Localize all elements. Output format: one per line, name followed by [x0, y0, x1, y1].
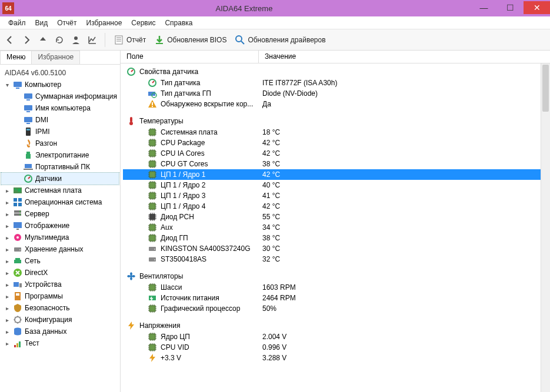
column-field[interactable]: Поле [121, 51, 259, 63]
row-value: 41 °C [259, 192, 550, 200]
data-row[interactable]: +3.3 V3.288 V [123, 353, 550, 363]
refresh-button[interactable] [52, 32, 67, 48]
display-icon [13, 221, 22, 230]
data-row[interactable]: CPU IA Cores42 °C [123, 148, 550, 159]
expander-icon[interactable]: ▸ [4, 222, 11, 229]
titlebar[interactable]: 64 AIDA64 Extreme — ☐ ✕ [0, 0, 550, 16]
tree-node[interactable]: ▸Отображение [1, 220, 119, 232]
tree-node[interactable]: Разгон [1, 138, 119, 149]
tree-node[interactable]: Портативный ПК [1, 161, 119, 173]
expander-icon[interactable]: ▸ [4, 199, 11, 206]
data-row[interactable]: ST3500418AS32 °C [123, 254, 550, 264]
tree-node[interactable]: ▸Сервер [1, 208, 119, 220]
data-row[interactable]: Источник питания2464 RPM [123, 293, 550, 303]
toolbar: Отчёт Обновления BIOS Обновления драйвер… [0, 29, 550, 51]
tree-node[interactable]: Датчики [1, 173, 119, 185]
tree-node[interactable]: Суммарная информация [1, 91, 119, 102]
tree-node[interactable]: ▸Операционная система [1, 196, 119, 208]
expander-icon[interactable]: ▸ [4, 246, 11, 253]
tree-node[interactable]: ▸Безопасность [1, 302, 119, 314]
section-header[interactable]: Вентиляторы [123, 270, 550, 282]
tab-favorites[interactable]: Избранное [31, 51, 80, 64]
data-row[interactable]: CPU Package42 °C [123, 138, 550, 148]
svg-rect-60 [149, 129, 155, 135]
tree-node[interactable]: IPMI [1, 126, 119, 138]
tree-node[interactable]: DMI [1, 114, 119, 126]
report-button[interactable]: Отчёт [110, 35, 149, 45]
tree[interactable]: AIDA64 v6.00.5100 ▾КомпьютерСуммарная ин… [0, 65, 120, 392]
tree-node[interactable]: ▸База данных [1, 326, 119, 337]
section-header[interactable]: Свойства датчика [123, 66, 550, 78]
data-row[interactable]: ЦП 1 / Ядро 341 °C [123, 190, 550, 201]
data-row[interactable]: Тип датчика ГПDiode (NV-Diode) [123, 88, 550, 99]
data-row[interactable]: Обнаружено вскрытие кор...Да [123, 99, 550, 109]
scrollbar-thumb[interactable] [542, 65, 549, 112]
tree-node[interactable]: ▸Мультимедиа [1, 232, 119, 243]
tree-node[interactable]: ▸Конфигурация [1, 314, 119, 326]
data-row[interactable]: CPU VID0.996 V [123, 342, 550, 353]
data-row[interactable]: Тип датчикаITE IT8772F (ISA A30h) [123, 78, 550, 88]
expander-icon[interactable]: ▸ [4, 328, 11, 335]
maximize-button[interactable]: ☐ [497, 1, 524, 14]
minimize-button[interactable]: — [471, 1, 497, 14]
section-header[interactable]: Температуры [123, 115, 550, 127]
tree-node[interactable]: ▸Устройства [1, 279, 119, 290]
back-button[interactable] [2, 32, 18, 48]
scrollbar[interactable] [541, 63, 550, 392]
tree-node[interactable]: ▸Системная плата [1, 185, 119, 196]
expander-icon[interactable]: ▸ [4, 281, 11, 288]
expander-icon[interactable]: ▸ [4, 304, 11, 311]
content[interactable]: Свойства датчикаТип датчикаITE IT8772F (… [121, 63, 550, 392]
bios-update-button[interactable]: Обновления BIOS [151, 35, 230, 45]
spacer [14, 93, 21, 100]
menu-item[interactable]: Файл [4, 18, 31, 28]
forward-button[interactable] [19, 32, 34, 48]
tree-node[interactable]: ▸Программы [1, 290, 119, 302]
tree-node[interactable]: Электропитание [1, 149, 119, 161]
close-button[interactable]: ✕ [524, 1, 550, 14]
data-row[interactable]: Графический процессор50% [123, 303, 550, 314]
graph-button[interactable] [85, 32, 100, 48]
section-title: Напряжения [139, 321, 180, 330]
expander-icon[interactable]: ▸ [4, 257, 11, 264]
tree-node[interactable]: ▸Хранение данных [1, 243, 119, 255]
expander-icon[interactable]: ▾ [4, 81, 11, 88]
tree-node[interactable]: ▸Тест [1, 337, 119, 349]
data-row[interactable]: KINGSTON SA400S37240G30 °C [123, 243, 550, 254]
menu-item[interactable]: Вид [31, 18, 53, 28]
expander-icon[interactable]: ▸ [4, 187, 11, 194]
expander-icon[interactable]: ▸ [4, 269, 11, 276]
svg-point-6 [236, 36, 242, 42]
up-button[interactable] [35, 32, 51, 48]
spacer [123, 314, 550, 320]
data-row[interactable]: ЦП 1 / Ядро 142 °C [123, 169, 550, 180]
expander-icon[interactable]: ▸ [4, 340, 11, 347]
menu-item[interactable]: Избранное [82, 18, 127, 28]
menu-item[interactable]: Отчёт [52, 18, 81, 28]
data-row[interactable]: Диод ГП38 °C [123, 233, 550, 243]
tree-node[interactable]: Имя компьютера [1, 102, 119, 114]
driver-update-button[interactable]: Обновления драйверов [231, 35, 329, 45]
data-row[interactable]: Шасси1603 RPM [123, 282, 550, 293]
expander-icon[interactable]: ▸ [4, 293, 11, 300]
tree-node[interactable]: ▸DirectX [1, 267, 119, 279]
expander-icon[interactable]: ▸ [4, 234, 11, 241]
expander-icon[interactable]: ▸ [4, 316, 11, 323]
svg-point-37 [16, 236, 19, 239]
tree-node[interactable]: ▾Компьютер [1, 79, 119, 91]
section-header[interactable]: Напряжения [123, 320, 550, 331]
menu-item[interactable]: Сервис [126, 18, 160, 28]
data-row[interactable]: Диод PCH55 °C [123, 212, 550, 222]
tab-menu[interactable]: Меню [0, 51, 32, 64]
data-row[interactable]: Aux34 °C [123, 222, 550, 233]
user-button[interactable] [68, 32, 84, 48]
data-row[interactable]: Ядро ЦП2.004 V [123, 331, 550, 342]
data-row[interactable]: ЦП 1 / Ядро 442 °C [123, 201, 550, 212]
column-value[interactable]: Значение [259, 51, 550, 63]
expander-icon[interactable]: ▸ [4, 210, 11, 217]
tree-node[interactable]: ▸Сеть [1, 255, 119, 267]
data-row[interactable]: CPU GT Cores38 °C [123, 159, 550, 169]
data-row[interactable]: Системная плата18 °C [123, 127, 550, 138]
menu-item[interactable]: Справка [160, 18, 197, 28]
data-row[interactable]: ЦП 1 / Ядро 240 °C [123, 180, 550, 190]
